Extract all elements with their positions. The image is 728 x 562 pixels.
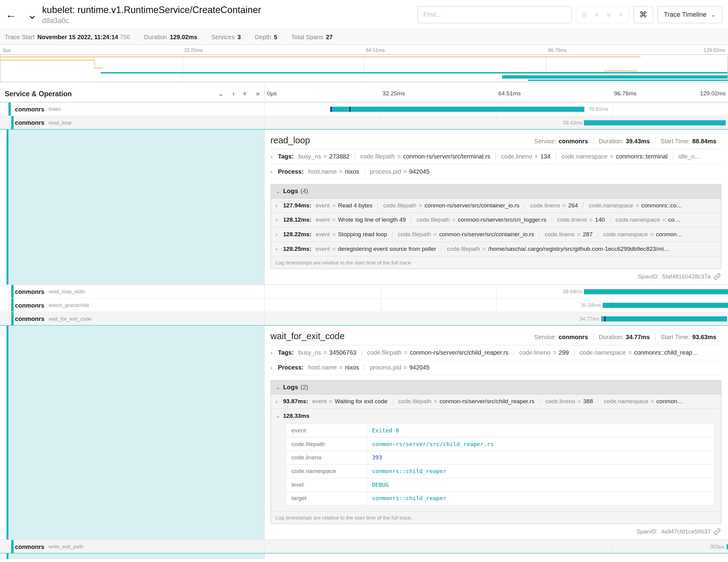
- trace-view-dropdown[interactable]: Trace Timeline ⌄: [657, 6, 723, 23]
- span-name-cell[interactable]: conmonrs wait_for_exit_code: [0, 312, 265, 325]
- span-detail-header[interactable]: wait_for_exit_code Service:conmonrs Dura…: [270, 331, 722, 345]
- span-detail-indent: [0, 130, 265, 284]
- span-row-watch-grandchild[interactable]: conmonrs watch_grandchild 35.58ms: [0, 298, 728, 312]
- log-marker: [604, 316, 605, 322]
- span-duration-bar[interactable]: [330, 107, 584, 112]
- log-field: code.namespace=conmonrs::co…: [583, 202, 688, 209]
- span-name-cell[interactable]: conmonrs read_loop: [0, 116, 265, 129]
- gridline: [496, 312, 497, 325]
- gridline: [381, 312, 381, 325]
- span-name-cell[interactable]: conmonrs watch_grandchild: [0, 298, 265, 312]
- span-timeline-cell[interactable]: 35.58ms: [265, 298, 728, 312]
- log-entry[interactable]: › 128.22ms: event=Stopping read loop cod…: [271, 227, 721, 242]
- span-row-wait-for-exit-code[interactable]: conmonrs wait_for_exit_code 34.77ms: [0, 312, 728, 326]
- span-duration-label: 35.58ms: [581, 303, 600, 308]
- expand-arrow-icon: ›: [270, 349, 278, 356]
- collapse-arrow-icon: ⌄: [276, 413, 283, 419]
- page-title: kubelet: runtime.v1.RuntimeService/Creat…: [42, 5, 261, 15]
- log-timestamp: 128.12ms:: [283, 217, 311, 223]
- span-detail-footer: SpanID: 5faf48165428c37a: [270, 269, 722, 281]
- span-row-read-loop[interactable]: conmonrs read_loop 39.43ms: [0, 116, 728, 130]
- span-detail-meta: Service:conmonrs Duration:39.43ms Start …: [529, 138, 722, 145]
- span-row-listen[interactable]: conmonrs listen 70.91ms: [0, 103, 728, 116]
- span-duration-bar[interactable]: [584, 289, 728, 294]
- span-detail-panel: read_loop Service:conmonrs Duration:39.4…: [265, 130, 728, 284]
- timeline-header: Service & Operation ⌄ › » » 0µs 32.25ms …: [0, 85, 728, 102]
- span-timeline-cell[interactable]: 70.91ms: [265, 103, 728, 116]
- logs-count: (4): [301, 188, 308, 195]
- span-timeline-cell[interactable]: 39.69ms: [265, 285, 728, 298]
- gridline: [496, 285, 497, 298]
- span-name-cell[interactable]: conmonrs read_loop_stdin: [0, 285, 265, 298]
- span-timeline-cell[interactable]: 39.43ms: [265, 116, 728, 129]
- logs-header[interactable]: ⌄ Logs (4): [271, 184, 721, 198]
- keyboard-shortcuts-button[interactable]: ⌘: [633, 6, 653, 23]
- locate-icon[interactable]: ◎: [578, 11, 590, 18]
- span-detail-indent-block: [7, 553, 265, 559]
- next-match-icon[interactable]: ∨: [603, 11, 615, 18]
- log-field-row: code.lineno393: [286, 451, 714, 465]
- log-field: event=Read 4 bytes: [315, 202, 377, 209]
- log-timestamp: 128.33ms: [283, 413, 309, 419]
- log-field: code.lineno=287: [539, 231, 598, 238]
- span-detail-panel: wait_for_exit_code Service:conmonrs Dura…: [265, 326, 728, 540]
- tag-item: code.namespace=conmonrs::child_reap…: [574, 349, 703, 356]
- tag-item: code.filepath=conmon-rs/server/src/termi…: [355, 153, 495, 160]
- logs-header[interactable]: ⌄ Logs (2): [271, 380, 721, 394]
- log-marker: [331, 107, 332, 112]
- log-entry-expanded[interactable]: ⌄ 128.33ms eventExited 0 code.filepathco…: [271, 409, 721, 512]
- expand-one-icon[interactable]: ›: [233, 90, 235, 97]
- span-duration-bar[interactable]: [584, 120, 726, 125]
- span-row-read-loop-stdin[interactable]: conmonrs read_loop_stdin 39.69ms: [0, 285, 728, 299]
- minimap-gridline: [364, 55, 365, 82]
- span-duration-bar[interactable]: [601, 316, 727, 322]
- prev-match-icon[interactable]: ∧: [590, 11, 603, 18]
- spanid-label: SpanID:: [638, 273, 659, 280]
- log-entry[interactable]: › 128.25ms: event=deregistering event so…: [271, 242, 721, 257]
- span-service-name: conmonrs: [15, 119, 44, 126]
- span-duration-label: 70.91ms: [589, 107, 608, 112]
- tags-row[interactable]: › Tags: busy_ns=34506763 code.filepath=c…: [270, 345, 722, 360]
- tick-label: 64.51ms: [498, 90, 521, 97]
- collapse-one-icon[interactable]: ⌄: [218, 90, 223, 97]
- tick-label: 129.02ms: [700, 90, 726, 97]
- span-operation-name: watch_grandchild: [49, 302, 89, 308]
- span-timeline-cell[interactable]: 303µs: [265, 540, 728, 553]
- span-duration-bar[interactable]: [603, 303, 728, 308]
- service-color-stripe: [11, 312, 14, 325]
- clear-search-icon[interactable]: ×: [615, 11, 627, 18]
- expand-all-icon[interactable]: »: [256, 90, 260, 97]
- timeline-minimap[interactable]: [0, 54, 728, 82]
- span-timeline-cell[interactable]: 34.77ms: [265, 312, 728, 325]
- tag-item-truncated: idle_n…: [673, 153, 701, 160]
- span-detail-header[interactable]: read_loop Service:conmonrs Duration:39.4…: [270, 135, 722, 149]
- log-entry[interactable]: › 127.94ms: event=Read 4 bytes code.file…: [271, 198, 721, 213]
- trace-collapse-toggle[interactable]: ⌄: [25, 10, 39, 19]
- back-button[interactable]: ←: [5, 8, 21, 21]
- span-row-write-exit-path[interactable]: conmonrs write_exit_path 303µs: [0, 540, 728, 553]
- service-color-stripe: [11, 285, 14, 298]
- process-row[interactable]: › Process: host.name=nixos process.pid=9…: [270, 360, 722, 375]
- log-field: code.namespace=conmon…: [598, 231, 688, 238]
- expand-arrow-icon: ›: [276, 231, 283, 238]
- logs-footnote: Log timestamps are relative to the start…: [271, 511, 721, 523]
- span-name-cell[interactable]: conmonrs write_exit_path: [0, 540, 265, 553]
- log-field-row: levelDEBUG: [286, 478, 714, 492]
- process-row[interactable]: › Process: host.name=nixos process.pid=9…: [270, 164, 722, 179]
- log-entry[interactable]: › 93.87ms: event=Waiting for exit code c…: [271, 394, 721, 409]
- copy-link-icon[interactable]: [714, 273, 721, 280]
- jaeger-trace-page: ← ⌄ kubelet: runtime.v1.RuntimeService/C…: [0, 0, 728, 562]
- span-name-cell[interactable]: conmonrs listen: [0, 103, 265, 116]
- copy-link-icon[interactable]: [714, 528, 721, 535]
- span-duration-bar[interactable]: [726, 544, 728, 549]
- collapse-all-icon[interactable]: »: [242, 92, 249, 95]
- gridline: [381, 298, 381, 312]
- log-entry[interactable]: › 128.12ms: event=Wrote log line of leng…: [271, 213, 721, 227]
- tag-item: code.lineno=299: [514, 349, 574, 356]
- gridline: [381, 285, 381, 298]
- find-input[interactable]: [417, 6, 572, 23]
- tags-row[interactable]: › Tags: busy_ns=273882 code.filepath=con…: [270, 149, 722, 164]
- minimap-span-line: [101, 72, 727, 73]
- back-arrow-icon: ←: [5, 8, 16, 20]
- gridline: [381, 540, 381, 553]
